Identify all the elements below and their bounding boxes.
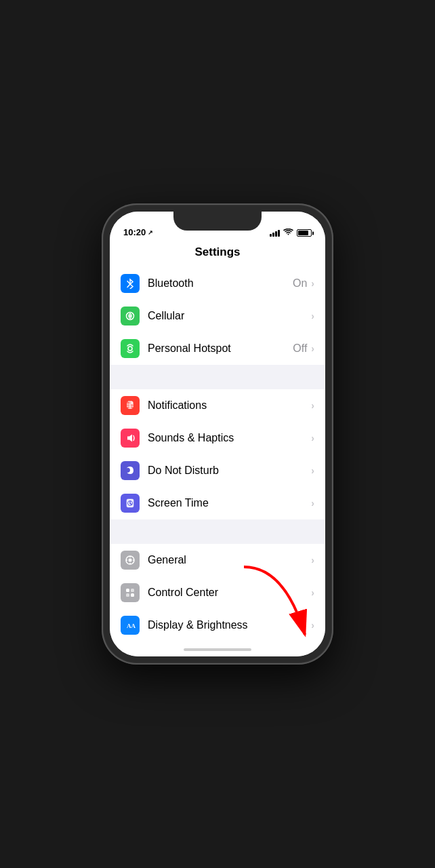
- notifications-icon: !: [121, 396, 140, 415]
- display-chevron: ›: [311, 620, 314, 631]
- notifications-label: Notifications: [148, 399, 311, 412]
- wifi-icon: [283, 229, 293, 237]
- donotdisturb-icon: [121, 461, 140, 480]
- signal-bars: [270, 230, 280, 237]
- sounds-label: Sounds & Haptics: [148, 432, 311, 444]
- controlcenter-icon: [121, 583, 140, 602]
- bluetooth-icon: [121, 274, 140, 293]
- location-icon: ↗: [148, 229, 153, 236]
- display-row[interactable]: AA Display & Brightness ›: [110, 609, 325, 642]
- display-icon: AA: [121, 616, 140, 635]
- notch: [173, 212, 262, 231]
- controlcenter-chevron: ›: [311, 587, 314, 598]
- bluetooth-row[interactable]: Bluetooth On ›: [110, 267, 325, 300]
- signal-bar-4: [278, 230, 280, 237]
- page-title: Settings: [194, 245, 240, 258]
- svg-rect-16: [126, 589, 129, 592]
- svg-point-1: [129, 315, 131, 317]
- cellular-chevron: ›: [311, 311, 314, 321]
- home-bar: [184, 648, 251, 651]
- cellular-row[interactable]: Cellular ›: [110, 300, 325, 332]
- svg-text:AA: AA: [127, 623, 136, 629]
- controlcenter-label: Control Center: [148, 587, 311, 599]
- general-label: General: [148, 554, 311, 566]
- signal-bar-1: [270, 234, 272, 237]
- hotspot-icon: [121, 339, 140, 358]
- svg-point-2: [128, 347, 132, 351]
- screentime-label: Screen Time: [148, 497, 311, 509]
- settings-scroll[interactable]: Bluetooth On › Cellular: [110, 267, 325, 643]
- bluetooth-chevron: ›: [311, 278, 314, 289]
- time-display: 10:20: [123, 227, 146, 237]
- status-icons: [270, 229, 312, 237]
- home-indicator: [110, 643, 325, 656]
- phone-screen: 10:20 ↗: [110, 212, 325, 656]
- donotdisturb-chevron: ›: [311, 465, 314, 476]
- status-time: 10:20 ↗: [123, 227, 153, 237]
- display-label: Display & Brightness: [148, 619, 311, 631]
- screentime-row[interactable]: Screen Time ›: [110, 487, 325, 519]
- general-chevron: ›: [311, 555, 314, 566]
- screentime-icon: [121, 494, 140, 513]
- svg-text:!: !: [130, 401, 131, 405]
- hotspot-label: Personal Hotspot: [148, 342, 293, 355]
- system-group: General › Control Center ›: [110, 544, 325, 643]
- separator-2: [110, 519, 325, 544]
- general-icon: [121, 551, 140, 570]
- notifications-row[interactable]: ! Notifications ›: [110, 389, 325, 422]
- hotspot-value: Off: [293, 342, 307, 355]
- connectivity-group: Bluetooth On › Cellular: [110, 267, 325, 365]
- signal-bar-2: [272, 233, 274, 237]
- svg-rect-18: [126, 593, 129, 597]
- donotdisturb-label: Do Not Disturb: [148, 465, 311, 477]
- hotspot-chevron: ›: [311, 343, 314, 354]
- donotdisturb-row[interactable]: Do Not Disturb ›: [110, 454, 325, 487]
- separator-1: [110, 365, 325, 389]
- battery-fill: [298, 231, 308, 235]
- svg-rect-19: [131, 593, 134, 597]
- nav-header: Settings: [110, 241, 325, 267]
- sounds-row[interactable]: Sounds & Haptics ›: [110, 422, 325, 454]
- general-row[interactable]: General ›: [110, 544, 325, 576]
- cellular-label: Cellular: [148, 310, 307, 322]
- hotspot-row[interactable]: Personal Hotspot Off ›: [110, 332, 325, 365]
- battery-icon: [297, 229, 312, 237]
- sounds-chevron: ›: [311, 433, 314, 443]
- svg-rect-17: [131, 589, 134, 592]
- bluetooth-label: Bluetooth: [148, 277, 293, 290]
- sounds-icon: [121, 429, 140, 448]
- bluetooth-value: On: [293, 277, 307, 290]
- controlcenter-row[interactable]: Control Center ›: [110, 576, 325, 609]
- screentime-chevron: ›: [311, 498, 314, 509]
- svg-point-11: [129, 559, 132, 562]
- phone-frame: 10:20 ↗: [102, 203, 333, 665]
- cellular-icon: [121, 307, 140, 326]
- notifications-group: ! Notifications › Sounds & Haptics ›: [110, 389, 325, 519]
- notifications-chevron: ›: [311, 400, 314, 411]
- signal-bar-3: [275, 231, 277, 237]
- accessibility-row[interactable]: Accessibility ›: [110, 642, 325, 643]
